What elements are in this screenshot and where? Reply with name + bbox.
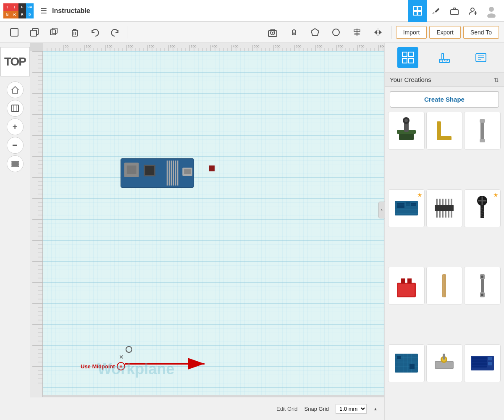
zoom-in-btn[interactable]: + [7, 118, 24, 135]
grid-icon [413, 6, 422, 16]
svg-rect-272 [397, 203, 404, 208]
snap-grid-select[interactable]: 0.5 mm 1.0 mm 1.0 mm 2.0 mm 5.0 mm 10 mm [336, 404, 367, 414]
shape-rod[interactable] [464, 112, 501, 150]
svg-point-10 [489, 7, 494, 12]
svg-text:400: 400 [212, 45, 218, 48]
svg-rect-237 [169, 160, 170, 185]
svg-text:500: 500 [254, 45, 260, 48]
svg-rect-17 [72, 30, 77, 36]
canvas-area[interactable]: /* ticks generated in JS */ 501001502002… [30, 43, 384, 420]
copy-btn[interactable] [25, 26, 44, 39]
light-btn[interactable] [285, 26, 303, 39]
notes-btn[interactable] [470, 47, 491, 68]
zoom-out-btn[interactable]: − [7, 137, 24, 154]
arrow-indicator [121, 357, 213, 372]
blue-module-svg [469, 349, 496, 377]
shape-sensor-board[interactable]: ★ [388, 189, 425, 227]
workplane-grid[interactable]: ✕ Use Midpoint ≡ [43, 51, 384, 395]
build-icon [431, 6, 441, 16]
collapse-panel-btn[interactable]: › [378, 202, 385, 218]
arrow-svg [121, 357, 213, 370]
copy-icon [30, 28, 39, 37]
ruler-btn[interactable] [434, 47, 455, 68]
svg-rect-273 [406, 202, 410, 206]
origin-marker[interactable] [126, 346, 132, 353]
circle-btn[interactable] [327, 26, 345, 39]
duplicate-btn[interactable] [45, 26, 64, 39]
nav-avatar[interactable] [482, 0, 501, 22]
undo-icon [90, 28, 100, 37]
circuit-board-svg [393, 349, 420, 377]
svg-marker-32 [379, 30, 382, 34]
shape-switch[interactable] [426, 344, 463, 382]
mirror-icon [373, 28, 383, 37]
shapes-grid-btn[interactable] [397, 47, 418, 68]
nav-briefcase[interactable] [445, 0, 464, 22]
svg-rect-288 [445, 211, 446, 218]
mirror-btn[interactable] [369, 26, 387, 39]
align-icon [352, 28, 362, 37]
svg-rect-233 [127, 165, 136, 174]
camera-icon [268, 28, 278, 37]
nav-grid[interactable] [408, 0, 427, 22]
svg-rect-240 [175, 160, 176, 185]
edit-grid-btn[interactable]: Edit Grid [276, 406, 298, 412]
l-bracket-svg [430, 117, 458, 144]
svg-text:550: 550 [275, 45, 281, 48]
view-cube[interactable]: TOP [0, 47, 30, 76]
svg-rect-286 [439, 211, 441, 218]
shape-wooden-dowel[interactable] [426, 267, 463, 304]
rod-svg [469, 117, 496, 144]
delete-icon [70, 28, 79, 37]
shape-blue-module[interactable] [464, 344, 501, 382]
home-btn[interactable] [7, 81, 24, 98]
svg-rect-241 [177, 160, 178, 185]
circle-icon [331, 28, 341, 37]
camera-btn[interactable] [263, 26, 282, 39]
shape-screw[interactable]: ★ [464, 189, 501, 227]
svg-marker-5 [432, 12, 435, 14]
nav-build[interactable] [427, 0, 445, 22]
shape-standoff[interactable] [464, 267, 501, 304]
nav-add-person[interactable] [464, 0, 482, 22]
right-panel-icons [385, 43, 504, 73]
svg-text:700: 700 [338, 45, 344, 48]
layers-btn[interactable] [7, 155, 24, 172]
menu-icon[interactable]: ☰ [40, 6, 47, 16]
sep2 [391, 26, 392, 39]
svg-text:50: 50 [65, 45, 68, 48]
fit-view-btn[interactable] [7, 100, 24, 117]
svg-rect-235 [145, 166, 154, 175]
undo-btn[interactable] [86, 26, 104, 39]
redo-btn[interactable] [106, 26, 124, 39]
red-button-svg [393, 272, 420, 299]
minus-icon: − [12, 140, 18, 151]
joystick-svg [393, 117, 420, 144]
shape-joystick[interactable] [388, 112, 425, 150]
svg-rect-38 [12, 163, 18, 165]
arduino-board-component[interactable] [121, 158, 194, 188]
snap-chevron: ▲ [373, 407, 378, 411]
align-btn[interactable] [348, 26, 366, 39]
polygon-btn[interactable] [306, 26, 324, 39]
shape-header-pins[interactable] [426, 189, 463, 227]
red-square-component[interactable] [209, 165, 215, 171]
svg-text:100: 100 [86, 45, 92, 48]
header-pins-svg [430, 194, 458, 222]
shape-l-bracket[interactable] [426, 112, 463, 150]
notes-icon [475, 52, 487, 63]
shape-circuit-board[interactable] [388, 344, 425, 382]
use-midpoint-control[interactable]: Use Midpoint ≡ [81, 362, 125, 370]
new-btn[interactable] [5, 26, 24, 39]
create-shape-btn[interactable]: Create Shape [390, 91, 499, 108]
import-btn[interactable]: Import [396, 26, 427, 39]
send-to-btn[interactable]: Send To [463, 26, 499, 39]
creations-dropdown[interactable]: Your Creations ⇅ [385, 73, 504, 87]
shape-red-button[interactable] [388, 267, 425, 304]
svg-rect-12 [10, 29, 18, 36]
delete-btn[interactable] [66, 26, 84, 39]
export-btn[interactable]: Export [429, 26, 460, 39]
svg-rect-246 [402, 52, 407, 57]
app-logo[interactable]: T I N K E R CA D [3, 3, 34, 18]
svg-point-309 [481, 294, 483, 296]
